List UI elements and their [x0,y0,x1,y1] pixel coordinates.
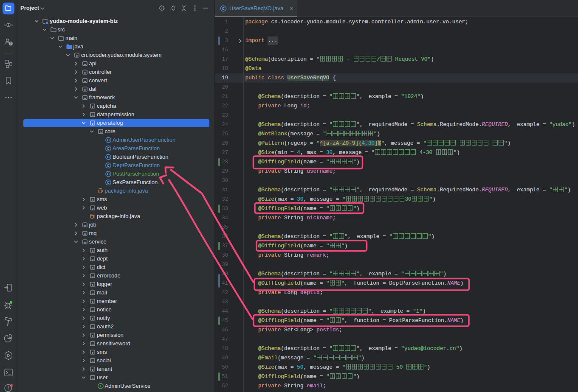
svg-text:C: C [107,146,110,151]
svg-text:C: C [107,155,110,159]
svg-text:?: ? [10,42,11,45]
svg-text:I: I [100,384,101,388]
svg-text:C: C [222,6,225,11]
svg-text:C: C [107,163,110,168]
svg-text:C: C [107,180,110,185]
svg-text:C: C [107,138,110,142]
svg-text:C: C [107,172,110,176]
